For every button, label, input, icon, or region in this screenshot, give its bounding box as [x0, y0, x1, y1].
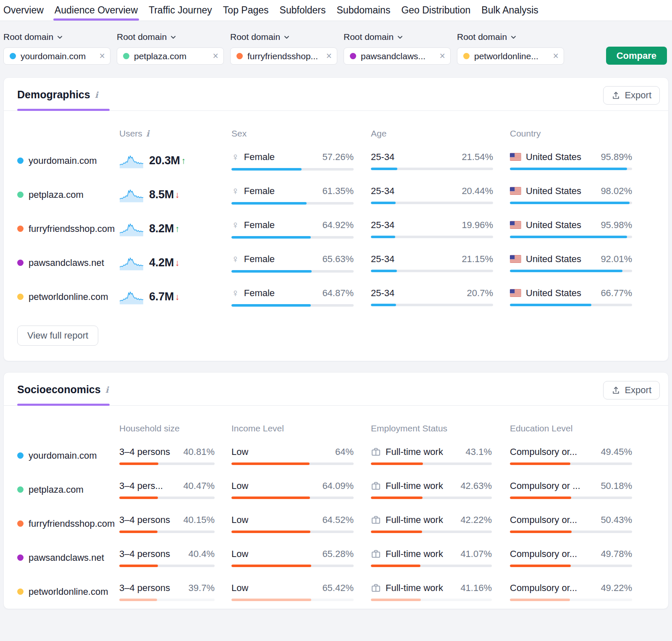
users-sparkline — [119, 187, 144, 203]
progress-bar — [371, 270, 493, 272]
income-percent: 65.28% — [322, 549, 354, 560]
progress-bar — [119, 531, 215, 533]
education-value: Compulsory or... — [510, 447, 577, 457]
country-value: United States — [526, 254, 581, 265]
domain-chip-1[interactable]: yourdomain.com × — [3, 47, 110, 65]
close-icon[interactable]: × — [440, 51, 445, 61]
root-domain-selector[interactable]: Root domain — [230, 32, 337, 42]
tab-top-pages[interactable]: Top Pages — [218, 0, 274, 21]
tab-subdomains[interactable]: Subdomains — [331, 0, 396, 21]
progress-bar — [510, 599, 632, 601]
info-icon[interactable]: i — [146, 129, 150, 139]
female-icon: ♀ — [231, 185, 239, 197]
progress-bar — [510, 304, 632, 306]
education-percent: 49.45% — [601, 447, 632, 457]
progress-bar — [231, 270, 354, 273]
sex-value: Female — [244, 288, 275, 299]
income-percent: 64.52% — [322, 515, 354, 525]
section-tab-indicator — [17, 404, 110, 406]
table-row: pawsandclaws.net 4.2M ↓ ♀Female 65.63% — [17, 246, 655, 280]
tab-traffic-journey[interactable]: Traffic Journey — [143, 0, 218, 21]
domain-color-dot — [17, 158, 24, 164]
info-icon[interactable]: i — [105, 385, 109, 395]
domain-label: furryfriendsshop.com — [29, 518, 115, 529]
education-column-header: Education Level — [510, 423, 655, 433]
progress-bar — [510, 168, 632, 170]
filter-group-1: Root domain yourdomain.com × — [3, 32, 110, 65]
chevron-down-icon — [283, 34, 290, 41]
country-value: United States — [526, 186, 581, 197]
progress-bar — [231, 168, 354, 171]
section-tab-indicator — [17, 109, 110, 111]
export-button[interactable]: Export — [603, 86, 660, 105]
age-percent: 21.15% — [462, 254, 493, 265]
progress-bar — [231, 462, 354, 465]
export-button[interactable]: Export — [603, 381, 660, 399]
filter-group-2: Root domain petplaza.com × — [117, 32, 224, 65]
table-row: furryfriendsshop.com 3–4 persons 40.15% … — [17, 507, 655, 541]
close-icon[interactable]: × — [213, 51, 218, 61]
country-percent: 95.89% — [601, 152, 632, 163]
us-flag-icon — [510, 255, 521, 263]
employment-value: Full-time work — [386, 447, 443, 457]
close-icon[interactable]: × — [100, 51, 105, 61]
export-icon — [612, 386, 620, 395]
country-percent: 95.98% — [601, 220, 632, 231]
tab-audience-overview[interactable]: Audience Overview — [49, 0, 143, 21]
age-value: 25-34 — [371, 254, 394, 265]
root-domain-selector[interactable]: Root domain — [457, 32, 564, 42]
domain-label: petworldonline.com — [29, 586, 108, 597]
view-full-report-button[interactable]: View full report — [17, 326, 98, 346]
table-row: petworldonline.com 6.7M ↓ ♀Female 64.87% — [17, 280, 655, 314]
sex-value: Female — [244, 254, 275, 265]
education-percent: 50.18% — [601, 481, 632, 491]
progress-bar — [371, 565, 492, 567]
root-domain-selector[interactable]: Root domain — [344, 32, 451, 42]
tab-geo-distribution[interactable]: Geo Distribution — [396, 0, 476, 21]
domain-chip-2[interactable]: petplaza.com × — [117, 47, 224, 65]
age-value: 25-34 — [371, 288, 394, 299]
demographics-card: Demographics i Export Users i Sex Age Co… — [3, 77, 669, 361]
country-value: United States — [526, 220, 581, 231]
trend-down-icon: ↓ — [175, 190, 180, 200]
filter-group-4: Root domain pawsandclaws... × — [344, 32, 451, 65]
demographics-title: Demographics — [17, 89, 90, 101]
progress-bar — [510, 270, 632, 272]
root-domain-selector[interactable]: Root domain — [117, 32, 224, 42]
female-icon: ♀ — [231, 151, 239, 163]
progress-bar — [371, 462, 492, 465]
domain-chip-3[interactable]: furryfriendsshop... × — [230, 47, 337, 65]
household-percent: 40.15% — [183, 515, 215, 525]
close-icon[interactable]: × — [326, 51, 332, 61]
progress-bar — [371, 304, 493, 306]
root-domain-selector[interactable]: Root domain — [3, 32, 110, 42]
info-icon[interactable]: i — [95, 90, 98, 100]
employment-value: Full-time work — [386, 481, 443, 491]
close-icon[interactable]: × — [553, 51, 559, 61]
progress-bar — [371, 599, 492, 601]
users-sparkline — [119, 152, 144, 169]
age-value: 25-34 — [371, 186, 394, 197]
table-row: yourdomain.com 3–4 persons 40.81% Low 64… — [17, 439, 655, 473]
progress-bar — [231, 236, 354, 239]
trend-down-icon: ↓ — [175, 258, 180, 268]
employment-value: Full-time work — [386, 515, 443, 525]
domain-color-dot — [123, 53, 129, 59]
domain-color-dot — [17, 588, 24, 595]
employment-value: Full-time work — [386, 549, 443, 560]
household-percent: 40.81% — [183, 447, 215, 457]
chevron-down-icon — [510, 34, 517, 41]
tab-overview[interactable]: Overview — [0, 0, 49, 21]
tab-bulk-analysis[interactable]: Bulk Analysis — [476, 0, 544, 21]
domain-chip-5[interactable]: petworldonline... × — [457, 47, 564, 65]
domain-chip-4[interactable]: pawsandclaws... × — [344, 47, 451, 65]
tab-subfolders[interactable]: Subfolders — [274, 0, 331, 21]
compare-button[interactable]: Compare — [606, 47, 667, 65]
education-value: Compulsory or ... — [510, 481, 580, 491]
employment-column-header: Employment Status — [371, 423, 510, 433]
female-icon: ♀ — [231, 287, 239, 299]
domain-color-dot — [350, 53, 356, 59]
users-value: 6.7M — [149, 290, 174, 303]
age-column-header: Age — [371, 129, 510, 139]
domain-chip-label: yourdomain.com — [21, 51, 95, 61]
